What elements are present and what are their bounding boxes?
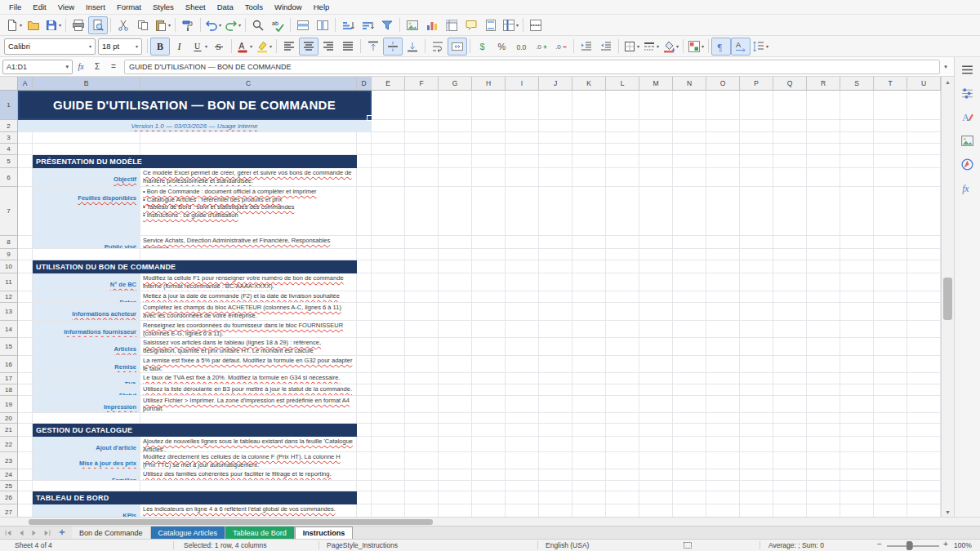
cell-p8[interactable] xyxy=(740,236,773,249)
cell-n12[interactable] xyxy=(673,291,706,303)
cell-k19[interactable] xyxy=(572,396,606,413)
cell-n24[interactable] xyxy=(673,469,706,481)
cell-l18[interactable] xyxy=(606,384,639,396)
cell-g12[interactable] xyxy=(439,291,472,303)
cell-r27[interactable] xyxy=(807,504,840,517)
cell-r1[interactable] xyxy=(807,91,840,120)
column-header-t[interactable]: T xyxy=(874,77,907,91)
cell-m26[interactable] xyxy=(639,491,673,504)
cell-q8[interactable] xyxy=(773,236,807,249)
first-sheet-icon[interactable] xyxy=(2,527,15,538)
cell-b27[interactable]: KPIs xyxy=(33,504,140,517)
cell-f27[interactable] xyxy=(405,504,439,517)
cell-s1[interactable] xyxy=(840,91,874,120)
cell-k2[interactable] xyxy=(572,120,606,132)
cell-p2[interactable] xyxy=(740,120,773,132)
cell-o20[interactable] xyxy=(706,413,740,424)
scroll-up-icon[interactable]: ▲ xyxy=(942,77,954,87)
cell-e24[interactable] xyxy=(372,469,405,481)
cell-r5[interactable] xyxy=(807,155,840,168)
row-header-13[interactable]: 13 xyxy=(0,303,18,321)
strikethrough-button[interactable]: S xyxy=(209,38,229,56)
cell-h4[interactable] xyxy=(472,144,506,155)
cell-c14[interactable]: Renseignez les coordonnées du fournisseu… xyxy=(140,321,357,338)
cell-j23[interactable] xyxy=(539,452,572,469)
cell-i4[interactable] xyxy=(506,144,539,155)
cell-j1[interactable] xyxy=(539,91,572,120)
cell-a22[interactable] xyxy=(18,437,33,452)
column-header-s[interactable]: S xyxy=(840,77,874,91)
cell-l5[interactable] xyxy=(606,155,639,168)
next-sheet-icon[interactable] xyxy=(28,527,41,538)
cell-s26[interactable] xyxy=(840,491,874,504)
cell-t16[interactable] xyxy=(874,356,907,373)
headers-footers-button[interactable] xyxy=(481,16,501,34)
cell-o10[interactable] xyxy=(706,260,740,273)
cell-t13[interactable] xyxy=(874,303,907,321)
cell-h3[interactable] xyxy=(472,132,506,144)
cell-h8[interactable] xyxy=(472,236,506,249)
cell-n4[interactable] xyxy=(673,144,706,155)
cell-r8[interactable] xyxy=(807,236,840,249)
cell-g23[interactable] xyxy=(439,452,472,469)
cell-s14[interactable] xyxy=(840,321,874,338)
cell-j25[interactable] xyxy=(539,481,572,491)
cell-r24[interactable] xyxy=(807,469,840,481)
cell-m4[interactable] xyxy=(639,144,673,155)
cell-s9[interactable] xyxy=(840,249,874,260)
redo-button[interactable]: ▾ xyxy=(223,16,243,34)
cell-m19[interactable] xyxy=(639,396,673,413)
cell-g11[interactable] xyxy=(439,273,472,291)
cell-k4[interactable] xyxy=(572,144,606,155)
cell-f7[interactable] xyxy=(405,187,439,236)
cell-s23[interactable] xyxy=(840,452,874,469)
cell-s15[interactable] xyxy=(840,338,874,356)
cell-d9[interactable] xyxy=(357,249,372,260)
cell-g20[interactable] xyxy=(439,413,472,424)
cell-b21[interactable]: GESTION DU CATALOGUE xyxy=(33,424,357,437)
menu-format[interactable]: Format xyxy=(111,2,147,12)
horizontal-scroll-thumb[interactable] xyxy=(29,519,433,525)
cell-q14[interactable] xyxy=(773,321,807,338)
cell-r7[interactable] xyxy=(807,187,840,236)
cell-h15[interactable] xyxy=(472,338,506,356)
cell-p10[interactable] xyxy=(740,260,773,273)
cell-r3[interactable] xyxy=(807,132,840,144)
format-currency-button[interactable]: $ xyxy=(473,38,492,56)
cell-f21[interactable] xyxy=(405,424,439,437)
menu-file[interactable]: File xyxy=(3,2,27,12)
navigator-button[interactable] xyxy=(959,157,977,175)
cell-q4[interactable] xyxy=(773,144,807,155)
cell-u5[interactable] xyxy=(907,155,941,168)
cut-button[interactable] xyxy=(114,16,133,34)
column-header-k[interactable]: K xyxy=(572,77,606,91)
cell-p18[interactable] xyxy=(740,384,773,396)
cell-t7[interactable] xyxy=(874,187,907,236)
cell-n22[interactable] xyxy=(673,437,706,452)
cell-f25[interactable] xyxy=(405,481,439,491)
cell-e26[interactable] xyxy=(372,491,405,504)
cell-b12[interactable]: Dates xyxy=(33,291,140,303)
cell-k26[interactable] xyxy=(572,491,606,504)
selection-mode-icon[interactable] xyxy=(683,540,693,550)
cell-o3[interactable] xyxy=(706,132,740,144)
cell-s27[interactable] xyxy=(840,504,874,517)
insert-image-button[interactable] xyxy=(403,16,422,34)
cell-t14[interactable] xyxy=(874,321,907,338)
cell-f17[interactable] xyxy=(405,373,439,384)
cell-l19[interactable] xyxy=(606,396,639,413)
cell-l3[interactable] xyxy=(606,132,639,144)
cell-c22[interactable]: Ajoutez de nouvelles lignes sous le tabl… xyxy=(140,437,357,452)
valign-top-button[interactable] xyxy=(363,38,383,56)
cell-k23[interactable] xyxy=(572,452,606,469)
cell-o6[interactable] xyxy=(706,168,740,187)
cell-i16[interactable] xyxy=(506,356,539,373)
cell-l8[interactable] xyxy=(606,236,639,249)
cell-d4[interactable] xyxy=(357,144,372,155)
column-header-q[interactable]: Q xyxy=(773,77,807,91)
cell-d17[interactable] xyxy=(357,373,372,384)
cell-e12[interactable] xyxy=(372,291,405,303)
cell-q18[interactable] xyxy=(773,384,807,396)
cell-m24[interactable] xyxy=(639,469,673,481)
cell-b18[interactable]: Statut xyxy=(33,384,140,396)
